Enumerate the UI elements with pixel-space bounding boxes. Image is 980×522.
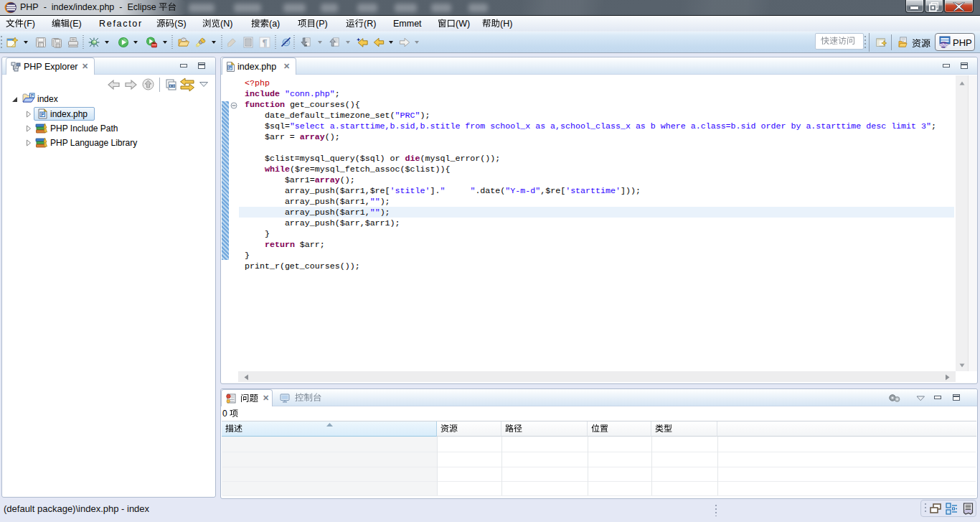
svg-text:P: P — [41, 112, 44, 117]
svg-text:php: php — [940, 42, 948, 48]
svg-text:P: P — [229, 65, 232, 70]
svg-text:P: P — [31, 93, 34, 98]
svg-text:¶: ¶ — [263, 38, 268, 48]
